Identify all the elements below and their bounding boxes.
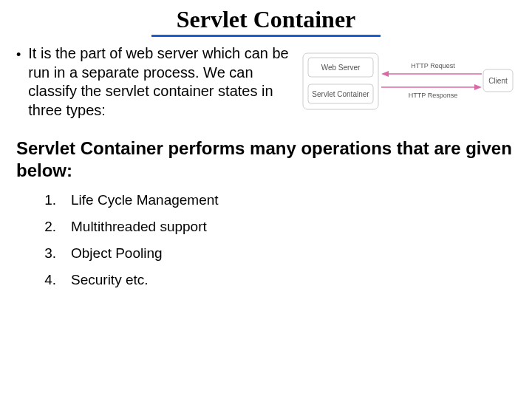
architecture-diagram: Web Server Servlet Container Client HTTP… (301, 49, 516, 115)
list-text: Security etc. (71, 272, 149, 288)
operations-list: 1. Life Cycle Management 2. Multithreade… (16, 192, 516, 288)
intro-bullet: • It is the part of web server which can… (16, 44, 291, 120)
diagram-http-response-label: HTTP Response (409, 92, 457, 99)
list-number: 4. (41, 272, 56, 288)
operations-heading: Servlet Container performs many operatio… (16, 137, 516, 182)
page-title: Servlet Container (151, 6, 381, 37)
svg-marker-7 (474, 84, 482, 90)
intro-row: • It is the part of web server which can… (16, 44, 516, 120)
list-item: 4. Security etc. (41, 272, 516, 288)
diagram-http-request-label: HTTP Request (411, 62, 455, 69)
list-item: 1. Life Cycle Management (41, 192, 516, 208)
list-number: 1. (41, 192, 56, 208)
diagram-client-label: Client (488, 77, 508, 85)
list-item: 2. Multithreaded support (41, 219, 516, 235)
intro-text: It is the part of web server which can b… (28, 44, 291, 120)
svg-marker-5 (381, 71, 389, 77)
list-text: Life Cycle Management (71, 192, 219, 208)
diagram-web-server-label: Web Server (321, 64, 361, 72)
bullet-dot: • (16, 44, 21, 64)
list-item: 3. Object Pooling (41, 245, 516, 262)
list-number: 3. (41, 245, 56, 262)
diagram-servlet-container-label: Servlet Container (312, 90, 369, 98)
list-number: 2. (41, 219, 56, 235)
list-text: Object Pooling (71, 245, 163, 262)
list-text: Multithreaded support (71, 219, 207, 235)
